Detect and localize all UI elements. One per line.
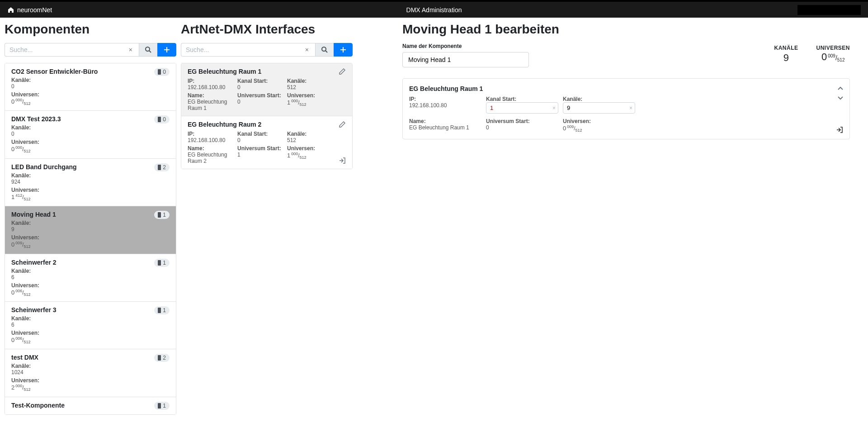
component-card[interactable]: Test-Komponente 1	[5, 397, 176, 414]
components-search-button[interactable]	[139, 43, 158, 57]
interface-assign-button[interactable]	[339, 157, 346, 164]
component-badge: 1	[154, 259, 170, 267]
brand-text: neuroomNet	[17, 6, 52, 14]
component-badge: 0	[154, 115, 170, 124]
interface-edit-button[interactable]	[339, 121, 346, 128]
interfaces-search-input[interactable]	[186, 46, 303, 53]
universen-label: Universen:	[11, 139, 170, 145]
component-name-input[interactable]	[402, 52, 529, 67]
panel-title: EG Beleuchtung Raum 1	[409, 85, 843, 92]
component-card-title: test DMX	[11, 354, 170, 361]
stat-kanale-label: KANÄLE	[774, 45, 798, 51]
component-card[interactable]: LED Band Durchgang 2 Kanäle: 924 Univers…	[5, 159, 176, 206]
interfaces-search-clear[interactable]: ×	[303, 46, 311, 53]
page-title: DMX Administration	[406, 6, 462, 14]
kanale-clear[interactable]: ×	[629, 105, 632, 111]
stat-kanale-value: 9	[774, 52, 798, 64]
panel-universum-start-label: Universum Start:	[486, 118, 558, 124]
kanale-label: Kanäle:	[11, 124, 170, 131]
component-badge: 2	[154, 163, 170, 171]
edit-icon	[339, 121, 346, 128]
component-card[interactable]: Moving Head 1 1 Kanäle: 9 Universen: 000…	[5, 206, 176, 254]
universen-value: 0009/512	[11, 241, 31, 249]
interfaces-heading: ArtNet-DMX Interfaces	[181, 22, 353, 37]
components-search-clear[interactable]: ×	[127, 46, 134, 53]
chevron-up-icon[interactable]	[837, 85, 843, 91]
component-badge: 1	[154, 211, 170, 219]
panel-kanale-input[interactable]	[563, 102, 635, 114]
panel-kanal-start-input[interactable]	[486, 102, 558, 114]
panel-name-label: Name:	[409, 118, 481, 124]
components-search-input[interactable]	[9, 46, 127, 53]
component-badge: 0	[154, 68, 170, 76]
component-badge: 2	[154, 354, 170, 362]
component-card[interactable]: Scheinwerfer 3 1 Kanäle: 6 Universen: 00…	[5, 302, 176, 349]
universen-label: Universen:	[11, 187, 170, 193]
plus-icon	[163, 46, 170, 53]
panel-assign-button[interactable]	[836, 126, 843, 133]
component-card-title: DMX Test 2023.3	[11, 115, 170, 123]
interfaces-list: EG Beleuchtung Raum 1 IP:192.168.100.80 …	[181, 63, 353, 169]
device-icon	[158, 117, 161, 122]
panel-name-value: EG Beleuchtung Raum 1	[409, 124, 481, 131]
interface-card[interactable]: EG Beleuchtung Raum 2 IP:192.168.100.80 …	[181, 116, 352, 169]
device-icon	[158, 355, 161, 361]
panel-universum-start-value: 0	[486, 124, 558, 131]
kanale-label: Kanäle:	[11, 315, 170, 322]
universen-label: Universen:	[11, 377, 170, 384]
universen-label: Universen:	[11, 330, 170, 336]
component-card[interactable]: DMX Test 2023.3 0 Kanäle: 0 Universen: 0…	[5, 111, 176, 158]
panel-universen-value: 0 009/512	[563, 124, 582, 133]
device-icon	[158, 260, 161, 266]
chevron-down-icon[interactable]	[837, 94, 843, 100]
interface-card[interactable]: EG Beleuchtung Raum 1 IP:192.168.100.80 …	[181, 63, 352, 116]
device-icon	[158, 308, 161, 313]
device-icon	[158, 165, 161, 170]
kanale-value: 0	[11, 131, 170, 137]
components-add-button[interactable]	[157, 43, 176, 57]
universen-label: Universen:	[11, 234, 170, 241]
panel-universen-label: Universen:	[563, 118, 635, 124]
kanale-label: Kanäle:	[11, 268, 170, 274]
kanal-start-clear[interactable]: ×	[552, 105, 556, 111]
kanale-value: 1024	[11, 369, 170, 375]
kanale-value: 0	[11, 83, 170, 90]
kanale-value: 6	[11, 274, 170, 280]
kanale-label: Kanäle:	[11, 220, 170, 226]
component-badge: 1	[154, 402, 170, 410]
component-card-title: Test-Komponente	[11, 402, 170, 409]
kanale-label: Kanäle:	[11, 363, 170, 369]
component-card[interactable]: test DMX 2 Kanäle: 1024 Universen: 2000/…	[5, 349, 176, 397]
interface-edit-button[interactable]	[339, 68, 346, 75]
universen-value: 2000/512	[11, 384, 31, 392]
kanale-label: Kanäle:	[11, 77, 170, 83]
panel-kanale-label: Kanäle:	[563, 96, 635, 102]
components-heading: Komponenten	[5, 22, 176, 37]
signin-icon	[836, 126, 843, 133]
component-card-title: Moving Head 1	[11, 211, 170, 218]
component-card[interactable]: Scheinwerfer 2 1 Kanäle: 6 Universen: 00…	[5, 254, 176, 302]
component-card-title: CO2 Sensor Entwickler-Büro	[11, 68, 170, 75]
kanale-value: 9	[11, 226, 170, 233]
device-icon	[158, 69, 161, 75]
brand-link[interactable]: neuroomNet	[7, 6, 52, 14]
interface-card-title: EG Beleuchtung Raum 1	[188, 68, 346, 75]
panel-kanal-start-label: Kanal Start:	[486, 96, 558, 102]
app-header: neuroomNet DMX Administration	[0, 2, 868, 18]
interfaces-search-button[interactable]	[315, 43, 334, 57]
component-badge: 1	[154, 306, 170, 314]
universen-value: 0006/512	[11, 289, 31, 297]
universen-value: 0000/512	[11, 145, 31, 153]
search-icon	[145, 46, 152, 53]
interface-assignment-panel: EG Beleuchtung Raum 1 IP: 192.168.100.80…	[402, 78, 850, 139]
components-list: CO2 Sensor Entwickler-Büro 0 Kanäle: 0 U…	[5, 63, 176, 415]
interfaces-add-button[interactable]	[334, 43, 353, 57]
component-name-label: Name der Komponente	[402, 43, 529, 49]
kanale-value: 924	[11, 179, 170, 185]
stat-universen-value: 0 009/512	[816, 51, 850, 63]
panel-ip-label: IP:	[409, 96, 481, 102]
universen-value: 0000/512	[11, 98, 31, 106]
component-card[interactable]: CO2 Sensor Entwickler-Büro 0 Kanäle: 0 U…	[5, 63, 176, 111]
component-card-title: Scheinwerfer 3	[11, 306, 170, 314]
editor-heading: Moving Head 1 bearbeiten	[402, 22, 850, 37]
